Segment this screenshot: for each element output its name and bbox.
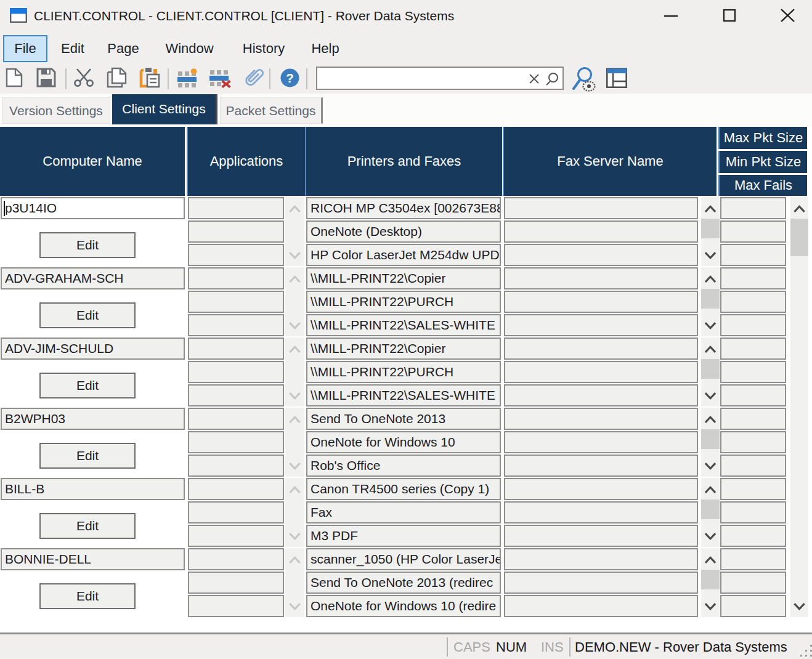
svg-text:?: ? <box>286 71 294 85</box>
